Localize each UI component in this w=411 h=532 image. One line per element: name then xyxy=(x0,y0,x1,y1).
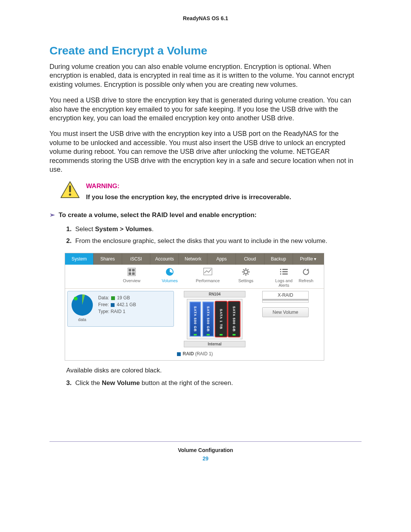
footer-page-number: 29 xyxy=(49,455,362,462)
nav-tab-accounts[interactable]: Accounts xyxy=(150,253,179,265)
svg-rect-7 xyxy=(132,272,135,275)
step-note: Available disks are colored black. xyxy=(66,367,362,374)
step-item: 1. Select System > Volumes. xyxy=(66,224,362,234)
volumes-icon xyxy=(156,267,183,277)
svg-rect-21 xyxy=(280,271,281,272)
subnav-volumes[interactable]: Volumes xyxy=(156,267,183,288)
body-paragraph: You must insert the USB drive with the e… xyxy=(49,129,362,174)
subnav-performance[interactable]: Performance xyxy=(194,267,221,288)
svg-rect-20 xyxy=(282,269,288,270)
secondary-nav: Overview Volumes Performance Settings xyxy=(65,265,324,289)
step-number: 3. xyxy=(66,379,72,387)
task-lead: ➢To create a volume, select the RAID lev… xyxy=(49,211,362,219)
svg-rect-6 xyxy=(129,272,131,275)
volume-card[interactable]: data Data: 19 GB Free: 442.1 GB Type: RA… xyxy=(67,291,174,327)
svg-line-17 xyxy=(243,274,244,275)
led-icon xyxy=(220,334,223,335)
raid-legend: RAID (RAID 1) xyxy=(65,350,324,360)
svg-rect-4 xyxy=(129,269,131,272)
volume-stats: Data: 19 GB Free: 442.1 GB Type: RAID 1 xyxy=(98,294,136,315)
svg-line-18 xyxy=(248,269,249,270)
subnav-overview[interactable]: Overview xyxy=(118,267,145,288)
nav-tab-iscsi[interactable]: iSCSI xyxy=(122,253,151,265)
nav-tab-network[interactable]: Network xyxy=(179,253,207,265)
enclosure-internal-label: Internal xyxy=(184,341,245,347)
svg-line-16 xyxy=(248,274,249,275)
step-list: 3. Click the New Volume button at the ri… xyxy=(49,378,362,388)
xraid-toggle[interactable]: X-RAID xyxy=(262,291,309,303)
app-screenshot: System Shares iSCSI Accounts Network App… xyxy=(65,253,324,361)
svg-marker-25 xyxy=(306,268,309,271)
enclosure-graphic: RN104 SATA 500 GB SATA 500 GB SATA 1 TB … xyxy=(178,291,251,347)
step-number: 1. xyxy=(66,225,72,233)
nav-tab-apps[interactable]: Apps xyxy=(207,253,236,265)
nav-tab-cloud[interactable]: Cloud xyxy=(236,253,264,265)
volume-pie-icon xyxy=(72,294,93,316)
svg-rect-24 xyxy=(282,273,288,275)
gear-icon xyxy=(233,267,259,277)
svg-point-2 xyxy=(69,193,71,196)
overview-icon xyxy=(118,267,145,277)
led-icon xyxy=(194,334,197,335)
footer-section-label: Volume Configuration xyxy=(49,447,362,453)
performance-icon xyxy=(194,267,221,277)
svg-rect-1 xyxy=(69,185,71,192)
subnav-settings[interactable]: Settings xyxy=(233,267,259,288)
new-volume-button[interactable]: New Volume xyxy=(262,307,309,317)
step-list: 1. Select System > Volumes. 2. From the … xyxy=(49,224,362,246)
step-number: 2. xyxy=(66,237,72,244)
footer-rule xyxy=(49,441,362,442)
body-paragraph: During volume creation you can also enab… xyxy=(49,62,362,89)
drive-bay[interactable]: SATA 500 GB xyxy=(202,302,214,337)
nav-tab-profile[interactable]: Profile ▾ xyxy=(293,253,324,265)
svg-rect-23 xyxy=(280,273,281,275)
step-item: 3. Click the New Volume button at the ri… xyxy=(66,378,362,388)
nav-tab-shares[interactable]: Shares xyxy=(94,253,122,265)
legend-swatch-blue-icon xyxy=(177,352,181,356)
svg-line-15 xyxy=(243,269,244,270)
enclosure-model: RN104 xyxy=(184,291,245,297)
led-icon xyxy=(233,334,236,335)
primary-nav: System Shares iSCSI Accounts Network App… xyxy=(65,253,324,265)
svg-rect-19 xyxy=(280,269,281,270)
body-paragraph: You need a USB drive to store the encryp… xyxy=(49,96,362,123)
warning-message: If you lose the encryption key, the encr… xyxy=(86,193,291,202)
svg-point-10 xyxy=(244,270,248,274)
drive-bay[interactable]: SATA 1 TB xyxy=(215,302,227,337)
refresh-icon xyxy=(293,267,319,277)
running-header: ReadyNAS OS 6.1 xyxy=(49,15,362,21)
warning-label: WARNING: xyxy=(86,182,291,190)
arrow-icon: ➢ xyxy=(49,211,55,219)
section-heading: Create and Encrypt a Volume xyxy=(49,44,362,57)
volume-name: data xyxy=(72,317,93,322)
led-icon xyxy=(207,334,210,335)
legend-swatch-blue-icon xyxy=(111,303,115,307)
warning-triangle-icon xyxy=(60,181,80,198)
svg-rect-22 xyxy=(282,271,288,272)
legend-swatch-green-icon xyxy=(111,296,115,300)
svg-rect-5 xyxy=(132,269,135,272)
step-item: 2. From the enclosure graphic, select th… xyxy=(66,236,362,246)
subnav-refresh[interactable]: Refresh xyxy=(293,267,319,283)
nav-tab-backup[interactable]: Backup xyxy=(264,253,293,265)
drive-bay[interactable]: SATA 500 GB xyxy=(228,302,240,337)
drive-bay[interactable]: SATA 500 GB xyxy=(190,302,201,337)
nav-tab-system[interactable]: System xyxy=(65,253,94,265)
warning-block: WARNING: If you lose the encryption key,… xyxy=(60,181,362,202)
